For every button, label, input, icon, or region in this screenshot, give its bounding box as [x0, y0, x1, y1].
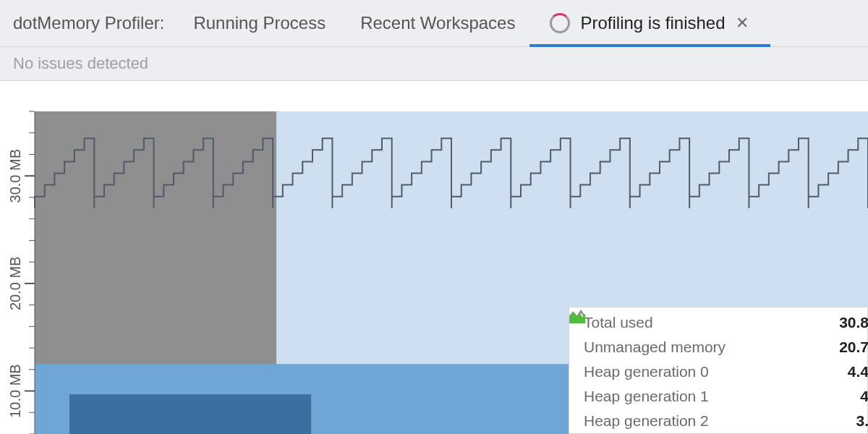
issues-text: No issues detected	[13, 54, 148, 72]
app-title: dotMemory Profiler:	[13, 13, 164, 33]
svg-text:30.0 MB: 30.0 MB	[7, 149, 23, 203]
legend-value: 4.4	[848, 363, 868, 380]
issues-bar: No issues detected	[0, 47, 868, 81]
legend-row-gen0: Heap generation 0 4.4	[584, 359, 867, 384]
tab-running-process[interactable]: Running Process	[193, 0, 326, 46]
memory-chart[interactable]: 10.0 MB20.0 MB30.0 MB Total used 30.8 Un…	[0, 81, 868, 434]
legend-row-gen2: Heap generation 2 3.	[584, 409, 867, 433]
legend-row-unmanaged: Unmanaged memory 20.7	[584, 335, 867, 359]
svg-text:20.0 MB: 20.0 MB	[7, 257, 23, 310]
tab-label: Profiling is finished	[580, 13, 725, 33]
legend-value: 3.	[856, 412, 868, 430]
loading-icon	[550, 13, 570, 33]
legend-label: Unmanaged memory	[584, 339, 839, 356]
legend-label: Heap generation 1	[584, 388, 860, 405]
chart-legend: Total used 30.8 Unmanaged memory 20.7 He…	[569, 307, 868, 434]
legend-value: 20.7	[839, 339, 868, 356]
tab-label: Running Process	[193, 13, 326, 33]
tab-profiling-finished[interactable]: Profiling is finished ✕	[550, 0, 748, 46]
legend-label: Heap generation 2	[584, 412, 856, 430]
legend-row-total: Total used 30.8	[584, 310, 867, 335]
legend-label: Heap generation 0	[584, 363, 848, 380]
legend-row-gen1: Heap generation 1 4	[584, 384, 867, 409]
legend-value: 30.8	[839, 314, 868, 331]
legend-label: Total used	[584, 314, 839, 331]
tab-label: Recent Workspaces	[360, 13, 515, 33]
close-icon[interactable]: ✕	[736, 15, 749, 31]
legend-value: 4	[860, 388, 868, 405]
area-icon	[569, 307, 585, 323]
tab-bar: dotMemory Profiler: Running Process Rece…	[0, 0, 868, 47]
tab-recent-workspaces[interactable]: Recent Workspaces	[360, 0, 515, 46]
svg-text:10.0 MB: 10.0 MB	[7, 364, 23, 417]
svg-marker-30	[569, 312, 585, 323]
